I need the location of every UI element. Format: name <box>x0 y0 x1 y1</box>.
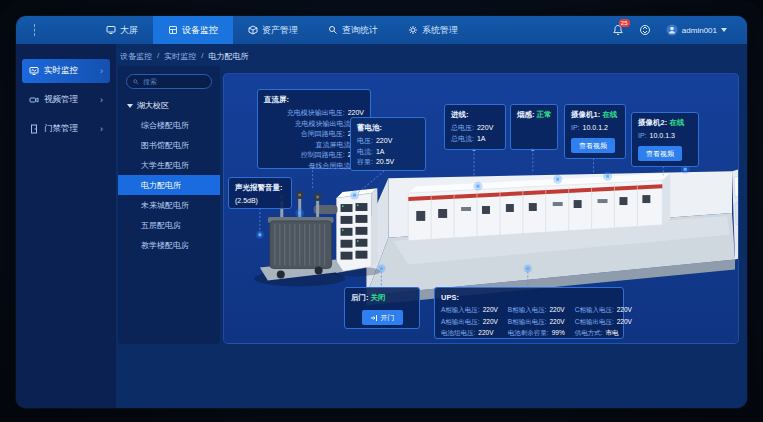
chevron-down-icon <box>721 28 727 32</box>
nav-item-system[interactable]: 系统管理 <box>393 16 473 44</box>
camera1-card: 摄像机1: 在线 IP:10.0.1.2 查看视频 <box>564 104 626 159</box>
field-label: 容量: <box>357 157 373 168</box>
sidebar-item-label: 实时监控 <box>44 65 78 77</box>
search-icon <box>133 78 139 86</box>
card-title: 直流屏: <box>264 95 364 105</box>
field-label: 充电模块输出电流: <box>264 119 352 130</box>
gear-icon <box>408 25 418 35</box>
user-menu[interactable]: admin001 <box>666 24 727 36</box>
sidebar-item-realtime-monitor[interactable]: 实时监控 › <box>22 59 110 83</box>
view-video-button[interactable]: 查看视频 <box>571 138 615 153</box>
field-label: 控制回路电压: <box>264 150 345 161</box>
search-stats-icon <box>328 25 338 35</box>
nav-item-label: 查询统计 <box>342 24 378 37</box>
sidebar-item-video[interactable]: 视频管理 › <box>22 88 110 112</box>
tree-item-substation[interactable]: 综合楼配电所 <box>118 115 220 135</box>
tree-root-campus[interactable]: 湖大校区 <box>118 97 220 115</box>
card-title: 后门: 关闭 <box>351 293 413 303</box>
door-icon <box>29 124 39 134</box>
tree-item-substation[interactable]: 大学生配电所 <box>118 155 220 175</box>
tree-item-substation-selected[interactable]: 电力配电所 <box>118 175 220 195</box>
switch-screen-icon <box>639 24 651 36</box>
field-value: 220V <box>477 123 493 134</box>
smoke-sensor-card: 烟感: 正常 <box>510 104 558 150</box>
asset-box-icon <box>248 25 258 35</box>
big-screen-icon <box>106 25 116 35</box>
back-door-card: 后门: 关闭 开门 <box>344 287 420 329</box>
tree-item-substation[interactable]: 教学楼配电房 <box>118 235 220 255</box>
card-title: 蓄电池: <box>357 123 419 133</box>
battery-card: 蓄电池: 电压:220V 电流:1A 容量:20.5V <box>350 117 426 171</box>
username: admin001 <box>682 26 717 35</box>
notification-badge: 25 <box>619 19 630 27</box>
sidebar-item-door-access[interactable]: 门禁管理 › <box>22 117 110 141</box>
field-value: 1A <box>376 147 385 158</box>
nav-divider <box>34 24 35 36</box>
left-sidebar: 实时监控 › 视频管理 › 门禁管理 › <box>16 44 116 408</box>
field-label: 充电模块输出电压: <box>264 108 345 119</box>
field-label: 直流屏电流: <box>264 140 352 151</box>
nav-item-label: 设备监控 <box>182 24 218 37</box>
breadcrumb-separator: / <box>157 51 159 62</box>
sidebar-item-label: 视频管理 <box>44 94 78 106</box>
notification-bell-button[interactable]: 25 <box>612 24 624 36</box>
chevron-right-icon: › <box>100 67 103 76</box>
field-label: IP: <box>638 131 647 142</box>
card-title: 进线: <box>451 110 499 120</box>
nav-item-label: 资产管理 <box>262 24 298 37</box>
tree-search-input[interactable] <box>143 78 205 85</box>
breadcrumb-item[interactable]: 实时监控 <box>164 51 196 62</box>
device-monitor-icon <box>168 25 178 35</box>
screen-frame: 大屏 设备监控 资产管理 查询统计 系统管理 <box>0 0 763 422</box>
field-label: 总电压: <box>451 123 474 134</box>
nav-menu: 大屏 设备监控 资产管理 查询统计 系统管理 <box>91 16 473 44</box>
open-door-icon <box>370 314 378 322</box>
nav-item-query-stats[interactable]: 查询统计 <box>313 16 393 44</box>
status-badge: 在线 <box>602 110 617 119</box>
nav-item-assets[interactable]: 资产管理 <box>233 16 313 44</box>
card-title: 摄像机2: 在线 <box>638 118 692 128</box>
top-navbar: 大屏 设备监控 资产管理 查询统计 系统管理 <box>16 16 747 44</box>
card-title: UPS: <box>441 293 617 302</box>
field-value: 220V <box>376 136 392 147</box>
breadcrumb-separator: / <box>201 51 203 62</box>
breadcrumb-current: 电力配电所 <box>208 51 248 62</box>
open-door-button[interactable]: 开门 <box>362 310 403 325</box>
nav-item-label: 大屏 <box>120 24 138 37</box>
substation-monitor-panel: 直流屏: 充电模块输出电压:220V 充电模块输出电流:1A 合闸回路电压:20… <box>223 73 739 344</box>
breadcrumb: 设备监控 / 实时监控 / 电力配电所 <box>120 51 248 62</box>
tree-item-substation[interactable]: 五层配电房 <box>118 215 220 235</box>
breadcrumb-item[interactable]: 设备监控 <box>120 51 152 62</box>
tree-item-substation[interactable]: 图书馆配电所 <box>118 135 220 155</box>
chevron-right-icon: › <box>100 125 103 134</box>
nav-item-dashboard[interactable]: 大屏 <box>91 16 153 44</box>
status-badge: 正常 <box>537 110 552 119</box>
video-camera-icon <box>29 95 39 105</box>
door-status: 关闭 <box>371 293 386 302</box>
field-label: 电流: <box>357 147 373 158</box>
station-tree-panel: 湖大校区 综合楼配电所 图书馆配电所 大学生配电所 电力配电所 未来城配电所 五… <box>118 66 220 344</box>
sidebar-item-label: 门禁管理 <box>44 123 78 135</box>
caret-down-icon <box>127 104 133 108</box>
alarm-volume-value: (2.5dB) <box>235 196 258 207</box>
incoming-line-card: 进线: 总电压:220V 总电流:1A <box>444 104 506 150</box>
tree-root-label: 湖大校区 <box>137 100 169 111</box>
field-label: 总电流: <box>451 134 474 145</box>
nav-right-tools: 25 admin001 <box>612 24 747 36</box>
field-label: 电压: <box>357 136 373 147</box>
card-title: 摄像机1: 在线 <box>571 110 619 120</box>
ups-card: UPS: A相输入电压:220V B相输入电压:220V C相输入电压:220V… <box>434 287 624 339</box>
tree-item-substation[interactable]: 未来城配电所 <box>118 195 220 215</box>
switch-screen-button[interactable] <box>639 24 651 36</box>
realtime-monitor-icon <box>29 66 39 76</box>
nav-item-label: 系统管理 <box>422 24 458 37</box>
sound-light-alarm-card: 声光报警音量: (2.5dB) <box>228 177 292 209</box>
view-video-button[interactable]: 查看视频 <box>638 146 682 161</box>
field-label: 合闸回路电压: <box>264 129 345 140</box>
app-window: 大屏 设备监控 资产管理 查询统计 系统管理 <box>16 16 747 408</box>
tree-search-box[interactable] <box>126 74 212 89</box>
status-badge: 在线 <box>669 118 684 127</box>
field-value: 1A <box>477 134 486 145</box>
nav-item-device-monitor[interactable]: 设备监控 <box>153 16 233 44</box>
card-title: 声光报警音量: <box>235 183 285 193</box>
